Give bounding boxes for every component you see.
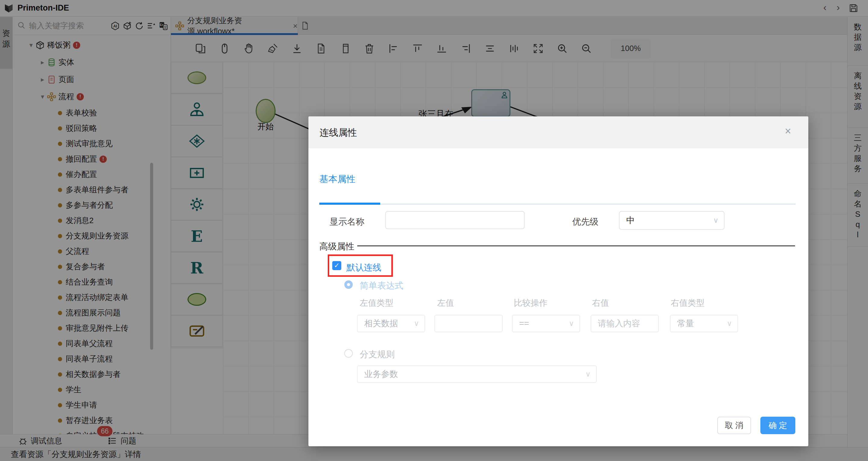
chevron-down-icon: ∨ [713, 216, 718, 225]
priority-label: 优先级 [565, 216, 598, 228]
column-label: 左值 [437, 297, 454, 309]
dialog-header [308, 116, 808, 148]
column-label: 比较操作 [514, 297, 548, 309]
priority-value: 中 [626, 215, 713, 226]
edge-properties-dialog: 连线属性 × 基本属性 显示名称 优先级 中 ∨ 高级属性 ✓ 默认连线 简单表… [308, 116, 808, 446]
right-value-input[interactable]: 请输入内容 [591, 315, 659, 332]
simple-expression-label: 简单表达式 [360, 280, 403, 292]
dialog-title: 连线属性 [319, 126, 357, 139]
column-label: 右值 [592, 297, 609, 309]
operator-select[interactable]: ==∨ [512, 315, 580, 332]
dialog-close-icon[interactable]: × [785, 125, 791, 137]
tab-divider [319, 204, 796, 205]
application-window: Primeton-IDE ‹ › 资源 输入关键字搜索 AI En文 ▾稀饭粥!… [0, 0, 868, 461]
display-name-label: 显示名称 [319, 216, 365, 228]
right-value-placeholder: 请输入内容 [598, 318, 658, 329]
simple-expression-radio[interactable] [344, 280, 353, 289]
cancel-button[interactable]: 取 消 [717, 417, 751, 434]
default-link-label: 默认连线 [346, 262, 381, 274]
advanced-section-divider [357, 245, 795, 246]
column-label: 左值类型 [360, 297, 394, 309]
tab-active-underline [319, 203, 380, 205]
left-type-select[interactable]: 相关数据∨ [357, 315, 425, 332]
default-link-checkbox[interactable]: ✓ [332, 261, 341, 270]
chevron-down-icon: ∨ [414, 319, 419, 328]
right-type-value: 常量 [677, 318, 726, 329]
operator-value: == [519, 319, 569, 328]
column-label: 右值类型 [671, 297, 705, 309]
branch-param-value: 业务参数 [364, 368, 585, 380]
chevron-down-icon: ∨ [569, 319, 574, 328]
priority-select[interactable]: 中 ∨ [619, 211, 724, 230]
branch-param-select[interactable]: 业务参数∨ [357, 365, 597, 383]
left-type-value: 相关数据 [364, 318, 414, 329]
chevron-down-icon: ∨ [726, 319, 732, 328]
left-value-input[interactable] [434, 315, 503, 332]
tab-basic-properties[interactable]: 基本属性 [319, 173, 355, 185]
branch-rule-radio[interactable] [344, 349, 353, 358]
advanced-section-label: 高级属性 [319, 241, 354, 253]
right-type-select[interactable]: 常量∨ [670, 315, 738, 332]
display-name-input[interactable] [385, 211, 525, 229]
ok-button[interactable]: 确 定 [761, 417, 795, 434]
branch-rule-label: 分支规则 [360, 348, 395, 361]
chevron-down-icon: ∨ [585, 370, 591, 378]
